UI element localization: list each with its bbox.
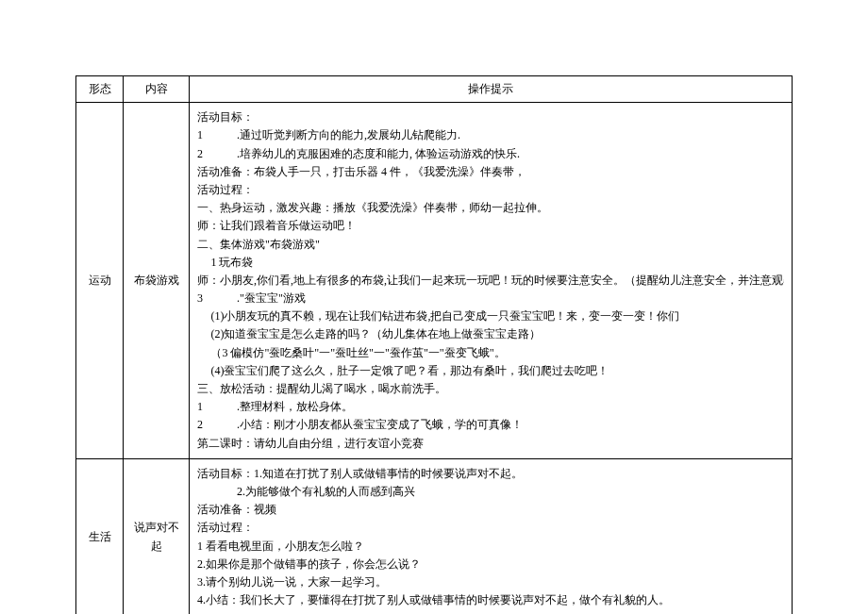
text-line: 1 .通过听觉判断方向的能力,发展幼儿钻爬能力. xyxy=(197,126,784,144)
text-line: 活动目标：1.知道在打扰了别人或做错事情的时候要说声对不起。 xyxy=(197,465,784,483)
text-line: 2 .小结：刚才小朋友都从蚕宝宝变成了飞蛾，学的可真像！ xyxy=(197,416,784,434)
text-line: (4)蚕宝宝们爬了这么久，肚子一定饿了吧？看，那边有桑叶，我们爬过去吃吧！ xyxy=(197,362,784,380)
text-line: 师：小朋友,你们看,地上有很多的布袋,让我们一起来玩一玩吧！玩的时候要注意安全。… xyxy=(197,272,784,290)
header-form: 形态 xyxy=(76,76,124,103)
text-line: 师：让我们跟着音乐做运动吧！ xyxy=(197,217,784,235)
table-row: 生活 说声对不起 活动目标：1.知道在打扰了别人或做错事情的时候要说声对不起。2… xyxy=(76,458,793,614)
row-form: 生活 xyxy=(76,458,124,614)
text-line: 活动准备：视频 xyxy=(197,501,784,519)
text-line: （3 偏模仿"蚕吃桑叶"一"蚕吐丝"一"蚕作茧"一"蚕变飞蛾"。 xyxy=(197,344,784,362)
text-line: 3.请个别幼儿说一说，大家一起学习。 xyxy=(197,573,784,591)
text-line: 1 玩布袋 xyxy=(197,254,784,272)
text-line: 活动过程： xyxy=(197,519,784,537)
row-hint: 活动目标：1.知道在打扰了别人或做错事情的时候要说声对不起。2.为能够做个有礼貌… xyxy=(190,458,793,614)
row-hint: 活动目标：1 .通过听觉判断方向的能力,发展幼儿钻爬能力.2 .培养幼儿的克服困… xyxy=(190,103,793,459)
text-line: (1)小朋友玩的真不赖，现在让我们钻进布袋,把自己变成一只蚕宝宝吧！来，变一变一… xyxy=(197,307,784,325)
row-form: 运动 xyxy=(76,103,124,459)
text-line: 1 .整理材料，放松身体。 xyxy=(197,398,784,416)
text-line: 3 ."蚕宝宝"游戏 xyxy=(197,290,784,307)
text-line: 活动目标： xyxy=(197,108,784,126)
text-line: 二、集体游戏"布袋游戏" xyxy=(197,236,784,254)
text-line: (2)知道蚕宝宝是怎么走路的吗？（幼儿集体在地上做蚕宝宝走路） xyxy=(197,325,784,343)
text-line: 2.如果你是那个做错事的孩子，你会怎么说？ xyxy=(197,556,784,573)
header-content: 内容 xyxy=(124,76,190,103)
lesson-plan-table: 形态 内容 操作提示 运动 布袋游戏 活动目标：1 .通过听觉判断方向的能力,发… xyxy=(75,75,793,614)
text-line: 4.小结：我们长大了，要懂得在打扰了别人或做错事情的时候要说声对不起，做个有礼貌… xyxy=(197,591,784,609)
text-line: 活动准备：布袋人手一只，打击乐器 4 件，《我爱洗澡》伴奏带， xyxy=(197,163,784,181)
text-line: 2 .培养幼儿的克服困难的态度和能力, 体验运动游戏的快乐. xyxy=(197,145,784,163)
text-line: 2.为能够做个有礼貌的人而感到高兴 xyxy=(197,483,784,501)
text-line: 活动过程： xyxy=(197,181,784,199)
row-content: 说声对不起 xyxy=(124,458,190,614)
text-line: 三、放松活动：提醒幼儿渴了喝水，喝水前洗手。 xyxy=(197,380,784,398)
header-row: 形态 内容 操作提示 xyxy=(76,76,793,103)
row-content: 布袋游戏 xyxy=(124,103,190,459)
header-hint: 操作提示 xyxy=(190,76,793,103)
text-line: 第二课时：请幼儿自由分组，进行友谊小竞赛 xyxy=(197,435,784,453)
table-row: 运动 布袋游戏 活动目标：1 .通过听觉判断方向的能力,发展幼儿钻爬能力.2 .… xyxy=(76,103,793,459)
text-line: 1 看看电视里面，小朋友怎么啦？ xyxy=(197,538,784,556)
text-line: 一、热身运动，激发兴趣：播放《我爱洗澡》伴奏带，师幼一起拉伸。 xyxy=(197,199,784,217)
